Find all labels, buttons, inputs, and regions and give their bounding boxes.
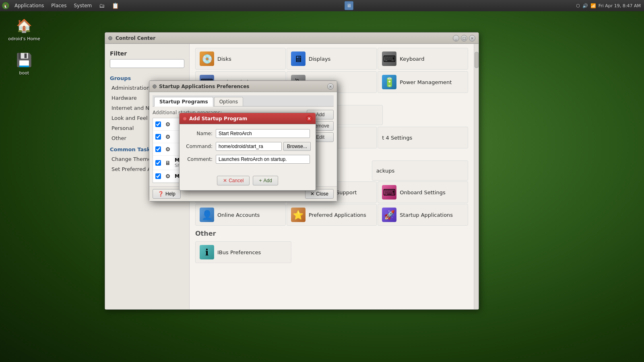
startup-item-1-icon: ⚙ <box>163 120 172 129</box>
desktop: 🐧 Applications Places System 🗂 📋 🖥 ⬡ 🔊 📶… <box>0 0 644 362</box>
add-startup-titlebar: Add Startup Program × <box>180 113 316 124</box>
sidebar-filter-section: Filter <box>105 48 189 72</box>
cc-item-online-accounts[interactable]: 👤 Online Accounts <box>195 204 286 226</box>
preferred-apps-label: Preferred Applications <box>309 212 366 218</box>
cc-item-preferred-apps[interactable]: ⭐ Preferred Applications <box>287 204 377 226</box>
displays-icon: 🖥 <box>291 51 305 66</box>
close-label: Close <box>316 191 328 197</box>
cancel-btn[interactable]: ✕ Cancel <box>217 176 250 185</box>
startup-nvidia-icon: 🖥 <box>163 158 172 167</box>
comment-field-label: Comment: <box>185 156 213 162</box>
personal-row2: 👤 Online Accounts ⭐ Preferred Applicatio… <box>195 204 468 226</box>
add-confirm-btn[interactable]: + Add <box>253 176 278 185</box>
startup-matemenu-checkbox[interactable] <box>155 173 161 179</box>
cancel-icon: ✕ <box>223 178 227 183</box>
cc-item-ibus[interactable]: ℹ IBus Preferences <box>195 241 291 263</box>
cc-item-backups[interactable]: ackups <box>372 160 468 181</box>
cc-window-buttons: _ □ × <box>453 35 475 41</box>
startup-item-3-icon: ⚙ <box>163 145 172 154</box>
help-label: Help <box>165 191 175 197</box>
startup-apps-icon: 🚀 <box>382 208 396 222</box>
bluetooth-icon: ⬡ <box>576 3 580 8</box>
add-dialog-close-btn[interactable]: × <box>306 115 312 122</box>
online-accounts-label: Online Accounts <box>217 212 260 218</box>
ibus-icon: ℹ <box>200 245 214 259</box>
startup-item-2-checkbox[interactable] <box>155 134 161 140</box>
volume-icon: 🔊 <box>582 3 588 8</box>
tab-startup-programs[interactable]: Startup Programs <box>154 97 213 107</box>
disks-label: Disks <box>217 56 231 62</box>
startup-item-1-checkbox[interactable] <box>155 121 161 127</box>
name-row: Name: <box>185 129 310 138</box>
comment-row: Comment: <box>185 155 310 164</box>
cc-item-displays[interactable]: 🖥 Displays <box>287 48 377 70</box>
cc-item-t4settings[interactable]: t 4 Settings <box>378 127 468 148</box>
desktop-icon-boot[interactable]: 💾 boot <box>8 50 40 76</box>
cancel-label: Cancel <box>229 178 244 183</box>
cc-window-dot <box>108 36 112 40</box>
power-icon: 🔋 <box>382 75 396 89</box>
cc-item-keyboard[interactable]: ⌨ Keyboard <box>378 48 468 70</box>
comment-input[interactable] <box>216 155 310 164</box>
taskbar: 🐧 Applications Places System 🗂 📋 🖥 ⬡ 🔊 📶… <box>0 0 644 11</box>
browse-btn[interactable]: Browse... <box>283 142 311 151</box>
home-icon-label: odroid's Home <box>8 36 40 41</box>
keyboard-label: Keyboard <box>400 56 424 62</box>
other-section-heading: Other <box>195 230 468 237</box>
name-input[interactable] <box>216 129 310 138</box>
name-field-label: Name: <box>185 131 213 136</box>
boot-icon-label: boot <box>19 70 29 76</box>
startup-help-btn[interactable]: ❓ Help <box>153 189 181 199</box>
filter-input[interactable] <box>110 59 184 68</box>
startup-dialog-dot <box>153 84 157 88</box>
center-taskbar-icon[interactable]: 🖥 <box>345 1 353 10</box>
cc-minimize-btn[interactable]: _ <box>453 35 459 41</box>
command-input-group: Browse... <box>216 142 311 151</box>
startup-dialog-close-btn[interactable]: × <box>327 83 334 90</box>
add-dialog-body: Name: Command: Browse... Comment: <box>180 124 316 173</box>
filemanager-taskbar-icon[interactable]: 🗂 <box>96 2 108 10</box>
desktop-icon-home[interactable]: 🏠 odroid's Home <box>8 16 40 41</box>
backups-label: ackups <box>376 168 395 174</box>
startup-item-2-icon: ⚙ <box>163 132 172 141</box>
cc-item-power[interactable]: 🔋 Power Management <box>378 71 468 93</box>
terminal-taskbar-icon[interactable]: 📋 <box>109 2 122 10</box>
displays-label: Displays <box>309 56 331 62</box>
cc-item-onboard[interactable]: ⌨ Onboard Settings <box>378 181 468 203</box>
startup-item-3-checkbox[interactable] <box>155 146 161 152</box>
applications-menu[interactable]: Applications <box>11 2 47 9</box>
cc-maximize-btn[interactable]: □ <box>461 35 467 41</box>
close-icon: ✕ <box>310 191 314 197</box>
system-menu[interactable]: System <box>70 2 95 9</box>
power-label: Power Management <box>400 79 452 85</box>
add-dialog-footer: ✕ Cancel + Add <box>180 173 316 190</box>
command-input[interactable] <box>216 142 282 151</box>
taskbar-time: Fri Apr 19, 8:47 AM <box>599 3 641 8</box>
onboard-label: Onboard Settings <box>400 189 445 195</box>
filter-label: Filter <box>110 50 184 57</box>
taskbar-center: 🖥 <box>122 1 576 10</box>
cc-titlebar: Control Center _ □ × <box>105 33 479 44</box>
places-menu[interactable]: Places <box>48 2 70 9</box>
cc-item-startup-apps[interactable]: 🚀 Startup Applications <box>378 204 468 226</box>
cc-item-disks[interactable]: 💿 Disks <box>195 48 286 70</box>
other-row: ℹ IBus Preferences <box>195 241 468 263</box>
svg-text:🐧: 🐧 <box>3 3 8 8</box>
home-icon: 🏠 <box>14 16 34 35</box>
preferred-apps-icon: ⭐ <box>291 208 305 222</box>
startup-dialog-tabs: Startup Programs Options <box>153 95 334 107</box>
startup-nvidia-checkbox[interactable] <box>155 160 161 166</box>
startup-apps-label: Startup Applications <box>400 212 453 218</box>
app-menu-icon[interactable]: 🐧 <box>2 2 10 10</box>
cc-close-btn[interactable]: × <box>469 35 475 41</box>
startup-dialog-titlebar: Startup Applications Preferences × <box>149 81 337 92</box>
cc-scrollbar[interactable] <box>474 44 479 309</box>
other-spacer1 <box>292 241 380 263</box>
command-row: Command: Browse... <box>185 142 310 151</box>
tab-options[interactable]: Options <box>214 97 243 106</box>
lo-spacer <box>384 105 468 125</box>
scrollbar-thumb[interactable] <box>475 52 479 68</box>
command-field-label: Command: <box>185 144 213 149</box>
other-spacer2 <box>381 241 468 263</box>
startup-dialog-title: Startup Applications Preferences <box>159 84 325 89</box>
